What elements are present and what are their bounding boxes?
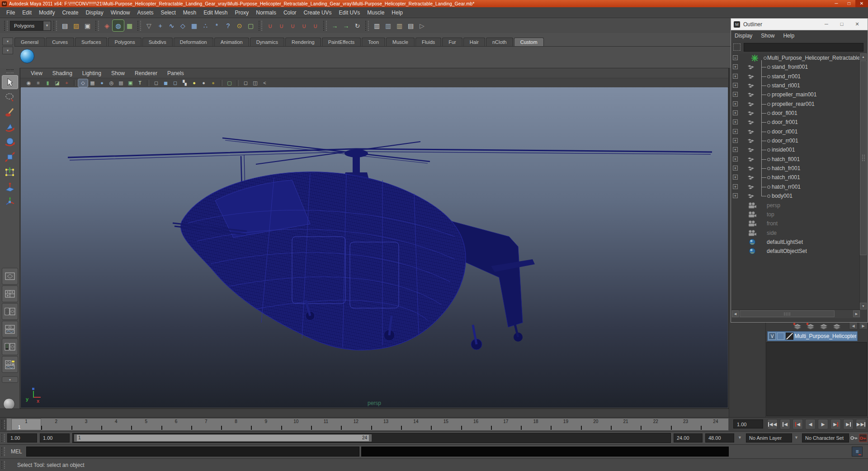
textured-icon[interactable]: T bbox=[135, 79, 145, 87]
dock-scroll-left-button[interactable]: ◀ bbox=[849, 322, 858, 329]
menu-proxy[interactable]: Proxy bbox=[231, 10, 253, 16]
layer-list-empty-area[interactable] bbox=[766, 342, 867, 416]
range-start-handle[interactable] bbox=[75, 435, 77, 441]
menu-file[interactable]: File bbox=[3, 10, 19, 16]
menu-edit[interactable]: Edit bbox=[19, 10, 35, 16]
time-slider-grip[interactable] bbox=[1, 420, 5, 429]
play-forwards-button[interactable]: ▶ bbox=[818, 419, 828, 429]
2d-pan-zoom-icon[interactable]: + bbox=[62, 79, 71, 87]
expand-icon[interactable]: + bbox=[733, 157, 738, 162]
playback-options-dropdown-icon[interactable]: ▼ bbox=[738, 435, 742, 440]
shelf-tab-curves[interactable]: Curves bbox=[46, 38, 74, 46]
toolbox-grip[interactable] bbox=[6, 69, 14, 73]
transparent-cube-icon[interactable]: ◻ bbox=[170, 79, 180, 87]
outliner-row-hatch-fl001[interactable]: +hatch_fl001 bbox=[731, 155, 860, 164]
paint-selection-tool[interactable] bbox=[2, 105, 18, 119]
snap-to-point-icon[interactable]: ∪ bbox=[287, 20, 298, 31]
scroll-up-icon[interactable]: ▲ bbox=[860, 53, 867, 60]
render-current-frame-icon[interactable]: ▥ bbox=[371, 20, 382, 31]
custom-shelf-script-button[interactable] bbox=[20, 49, 34, 63]
menu-create[interactable]: Create bbox=[58, 10, 82, 16]
shelf-tab-fur[interactable]: Fur bbox=[442, 38, 462, 46]
script-editor-icon[interactable]: ≡ bbox=[852, 447, 863, 457]
menu-create-uvs[interactable]: Create UVs bbox=[300, 10, 335, 16]
current-time-field[interactable]: 1.00 bbox=[733, 419, 763, 428]
select-mask-surfaces-icon[interactable]: ◇ bbox=[177, 20, 189, 31]
make-live-icon[interactable]: ∪ bbox=[310, 20, 321, 31]
lock-selection-icon[interactable]: ⊙ bbox=[234, 20, 245, 31]
scale-tool[interactable] bbox=[2, 150, 18, 164]
outliner-row-top[interactable]: top bbox=[731, 210, 860, 219]
range-end-handle[interactable] bbox=[369, 435, 371, 441]
add-to-current-layer-icon[interactable] bbox=[806, 322, 816, 332]
universal-manipulator-tool[interactable] bbox=[2, 165, 18, 179]
animation-end-field[interactable]: 48.00 bbox=[705, 433, 734, 442]
share-icon[interactable]: < bbox=[260, 79, 269, 87]
xray-icon[interactable]: ▩ bbox=[116, 79, 126, 87]
menu-edit-uvs[interactable]: Edit UVs bbox=[335, 10, 364, 16]
shelf-tab-general[interactable]: General bbox=[14, 38, 45, 46]
smooth-shade-icon[interactable]: ● bbox=[97, 79, 107, 87]
render-view-icon[interactable]: ▥ bbox=[382, 20, 394, 31]
outliner-minimize-button[interactable]: ─ bbox=[819, 21, 834, 27]
expand-icon[interactable]: + bbox=[733, 175, 738, 180]
outliner-row-front[interactable]: front bbox=[731, 219, 860, 228]
shaded-cube-icon[interactable]: ◼ bbox=[161, 79, 170, 87]
menu-window[interactable]: Window bbox=[107, 10, 134, 16]
shelf-tab-animation[interactable]: Animation bbox=[214, 38, 249, 46]
shelf-menu-button[interactable]: ▾ bbox=[2, 47, 13, 54]
menu-display[interactable]: Display bbox=[82, 10, 107, 16]
step-back-frame-button[interactable]: ◀ bbox=[780, 419, 790, 429]
soft-modification-tool[interactable] bbox=[2, 180, 18, 194]
maximize-button[interactable]: □ bbox=[843, 0, 855, 7]
film-gate-icon[interactable]: ▦ bbox=[88, 79, 97, 87]
select-by-object-icon[interactable]: ◍ bbox=[113, 20, 124, 31]
shelf-tab-custom[interactable]: Custom bbox=[514, 38, 544, 46]
shelf-tab-fluids[interactable]: Fluids bbox=[415, 38, 441, 46]
new-scene-icon[interactable]: ▤ bbox=[59, 20, 71, 31]
outliner-row-propeller-main001[interactable]: +propeller_main001 bbox=[731, 90, 860, 99]
select-mask-misc-icon[interactable]: ? bbox=[222, 20, 234, 31]
panel-menu-view[interactable]: View bbox=[26, 70, 47, 76]
outliner-row-hatch-fr001[interactable]: +hatch_fr001 bbox=[731, 164, 860, 173]
render-settings-icon[interactable]: ▤ bbox=[405, 20, 416, 31]
go-to-start-button[interactable]: ◀◀ bbox=[767, 419, 778, 429]
outliner-row-door-fl001[interactable]: +door_fl001 bbox=[731, 109, 860, 118]
default-material-icon[interactable]: ◻ bbox=[151, 79, 161, 87]
outliner-row-door-rl001[interactable]: +door_rl001 bbox=[731, 127, 860, 136]
command-line-mode-label[interactable]: MEL bbox=[11, 448, 22, 455]
range-slider-grip[interactable] bbox=[1, 434, 5, 442]
help-line-grip[interactable] bbox=[1, 461, 5, 469]
ipr-render-icon[interactable]: ▥ bbox=[394, 20, 405, 31]
menu-select[interactable]: Select bbox=[157, 10, 179, 16]
shelf-tab-rendering[interactable]: Rendering bbox=[285, 38, 321, 46]
set-key-icon[interactable] bbox=[850, 434, 858, 442]
flat-shade-icon[interactable]: ◎ bbox=[107, 79, 116, 87]
shelf-tab-hair[interactable]: Hair bbox=[463, 38, 485, 46]
wireframe-icon[interactable]: ◇ bbox=[78, 79, 88, 87]
layout-shortcuts-dropdown-icon[interactable]: ▾ bbox=[2, 376, 18, 383]
new-empty-layer-icon[interactable] bbox=[819, 322, 829, 332]
menu-edit-mesh[interactable]: Edit Mesh bbox=[200, 10, 231, 16]
select-mask-curves-icon[interactable]: ∿ bbox=[166, 20, 177, 31]
helicopter-wireframe-model[interactable] bbox=[21, 87, 728, 408]
default-light-icon[interactable]: ● bbox=[199, 79, 208, 87]
close-button[interactable]: ✕ bbox=[855, 0, 868, 7]
select-by-hierarchy-icon[interactable]: ◈ bbox=[101, 20, 113, 31]
shelf-tab-surfaces[interactable]: Surfaces bbox=[75, 38, 107, 46]
select-mask-deformations-icon[interactable]: ▦ bbox=[189, 20, 200, 31]
new-layer-from-selection-icon[interactable] bbox=[832, 322, 842, 332]
menu-set-selector[interactable]: Polygons ▼ bbox=[10, 21, 51, 31]
camera-bookmark-icon[interactable]: ▮ bbox=[43, 79, 52, 87]
vertex-color-icon[interactable]: ▣ bbox=[126, 79, 135, 87]
shelf-tab-dynamics[interactable]: Dynamics bbox=[250, 38, 284, 46]
expand-icon[interactable]: + bbox=[733, 64, 738, 69]
shelf-tab-painteffects[interactable]: PaintEffects bbox=[322, 38, 361, 46]
outliner-row-defaultobjectset[interactable]: defaultObjectSet bbox=[731, 247, 860, 256]
playback-start-field[interactable]: 1.00 bbox=[40, 433, 70, 442]
snap-to-plane-icon[interactable]: ∪ bbox=[298, 20, 310, 31]
outliner-menu-display[interactable]: Display bbox=[735, 33, 752, 39]
snap-to-curve-icon[interactable]: ∪ bbox=[276, 20, 287, 31]
input-connections-icon[interactable]: → bbox=[329, 20, 340, 31]
checker-icon[interactable]: ▚ bbox=[180, 79, 189, 87]
